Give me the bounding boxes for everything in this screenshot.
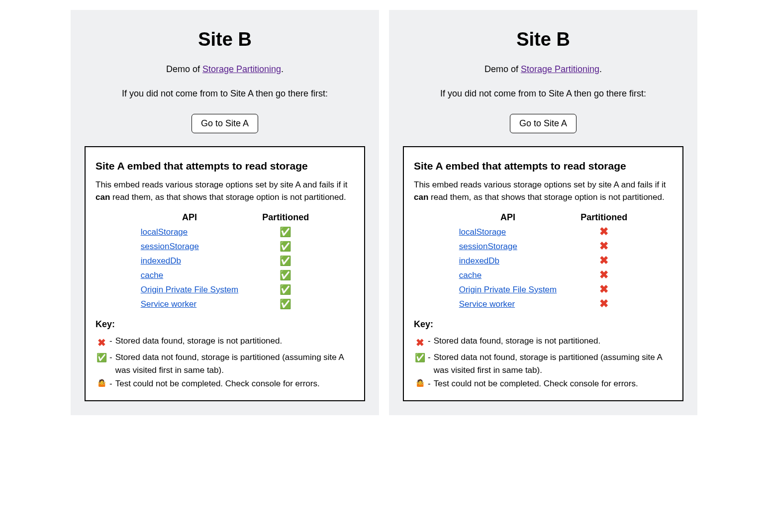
table-row: localStorage✖ [447,225,640,239]
storage-partitioning-link[interactable]: Storage Partitioning [521,64,599,74]
cross-icon: ✖ [599,254,608,266]
table-row: Service worker✖ [447,297,640,311]
status-cell: ✅ [250,225,321,239]
shrug-icon: 🤷 [96,377,107,388]
api-table-body: localStorage✖sessionStorage✖indexedDb✖ca… [447,225,640,311]
api-link[interactable]: Service worker [141,299,196,309]
status-cell: ✅ [250,297,321,311]
key-dash: - [426,351,434,364]
embed-desc-bold: can [96,192,110,202]
api-link[interactable]: sessionStorage [141,242,199,251]
status-cell: ✖ [569,254,639,268]
key-text: Stored data not found, storage is partit… [115,351,354,376]
table-row: Service worker✅ [129,297,321,311]
status-cell: ✅ [250,239,321,254]
api-link[interactable]: indexedDb [459,256,499,266]
col-header-partitioned: Partitioned [569,210,639,225]
key-dash: - [107,351,115,364]
table-row: indexedDb✖ [447,254,640,268]
storage-partitioning-link[interactable]: Storage Partitioning [202,64,281,74]
embed-desc-part1: This embed reads various storage options… [414,180,666,189]
api-table: API Partitioned localStorage✅sessionStor… [129,210,321,311]
demo-prefix: Demo of [484,64,521,74]
table-row: sessionStorage✖ [447,239,640,254]
key-text: Stored data found, storage is not partit… [434,335,672,348]
key-item: ✖-Stored data found, storage is not part… [96,335,354,350]
demo-prefix: Demo of [166,64,202,74]
key-item: ✅-Stored data not found, storage is part… [96,351,354,376]
instruction-text: If you did not come from to Site A then … [85,89,365,99]
key-list: ✖-Stored data found, storage is not part… [414,335,672,390]
api-link[interactable]: Service worker [459,299,515,309]
key-text: Stored data found, storage is not partit… [115,335,354,348]
api-cell: cache [129,268,251,282]
api-cell: sessionStorage [129,239,251,254]
check-icon: ✅ [96,351,107,364]
panel-right: Site B Demo of Storage Partitioning. If … [389,10,697,415]
api-cell: sessionStorage [447,239,569,254]
key-text: Test could not be completed. Check conso… [434,377,672,390]
instruction-text: If you did not come from to Site A then … [403,89,683,99]
table-row: Origin Private File System✅ [129,282,321,297]
api-table: API Partitioned localStorage✖sessionStor… [447,210,640,311]
api-link[interactable]: localStorage [141,227,188,237]
demo-suffix: . [599,64,602,74]
api-link[interactable]: cache [459,270,481,280]
check-icon: ✅ [280,270,291,280]
embed-title: Site A embed that attempts to read stora… [96,160,354,172]
embed-box: Site A embed that attempts to read stora… [403,146,683,401]
api-cell: Origin Private File System [129,282,251,297]
embed-desc-part1: This embed reads various storage options… [96,180,348,189]
intro-line: Demo of Storage Partitioning. [403,64,683,75]
check-icon: ✅ [280,284,291,295]
table-row: cache✖ [447,268,640,282]
status-cell: ✖ [569,297,639,311]
status-cell: ✅ [250,282,321,297]
key-list: ✖-Stored data found, storage is not part… [96,335,354,390]
go-to-site-a-button[interactable]: Go to Site A [192,114,258,133]
status-cell: ✖ [569,239,639,254]
status-cell: ✖ [569,268,639,282]
api-link[interactable]: Origin Private File System [459,285,557,294]
intro-line: Demo of Storage Partitioning. [85,64,365,75]
cross-icon: ✖ [599,240,608,252]
check-icon: ✅ [280,299,291,309]
cross-icon: ✖ [599,283,608,295]
key-item: 🤷-Test could not be completed. Check con… [96,377,354,390]
go-to-site-a-button[interactable]: Go to Site A [510,114,576,133]
api-cell: Origin Private File System [447,282,569,297]
check-icon: ✅ [280,227,291,237]
check-icon: ✅ [414,351,426,364]
status-cell: ✅ [250,254,321,268]
api-link[interactable]: sessionStorage [459,242,517,251]
key-item: ✖-Stored data found, storage is not part… [414,335,672,350]
api-link[interactable]: localStorage [459,227,506,237]
cross-icon: ✖ [599,297,608,310]
api-link[interactable]: indexedDb [141,256,181,266]
cross-icon: ✖ [599,225,608,238]
api-link[interactable]: Origin Private File System [141,285,239,294]
col-header-api: API [447,210,569,225]
key-dash: - [107,335,115,348]
api-cell: cache [447,268,569,282]
key-text: Stored data not found, storage is partit… [434,351,672,376]
table-row: indexedDb✅ [129,254,321,268]
key-item: 🤷-Test could not be completed. Check con… [414,377,672,390]
key-heading: Key: [414,319,672,330]
key-item: ✅-Stored data not found, storage is part… [414,351,672,376]
col-header-partitioned: Partitioned [250,210,321,225]
embed-box: Site A embed that attempts to read stora… [85,146,365,401]
table-row: cache✅ [129,268,321,282]
key-dash: - [107,377,115,390]
embed-desc-part2: read them, as that shows that storage op… [110,192,346,202]
table-row: localStorage✅ [129,225,321,239]
api-table-body: localStorage✅sessionStorage✅indexedDb✅ca… [129,225,321,311]
status-cell: ✖ [569,282,639,297]
col-header-api: API [129,210,251,225]
status-cell: ✖ [569,225,639,239]
cross-icon: ✖ [599,268,608,281]
api-link[interactable]: cache [141,270,163,280]
cross-icon: ✖ [414,335,426,350]
embed-desc-bold: can [414,192,428,202]
embed-description: This embed reads various storage options… [96,179,354,203]
